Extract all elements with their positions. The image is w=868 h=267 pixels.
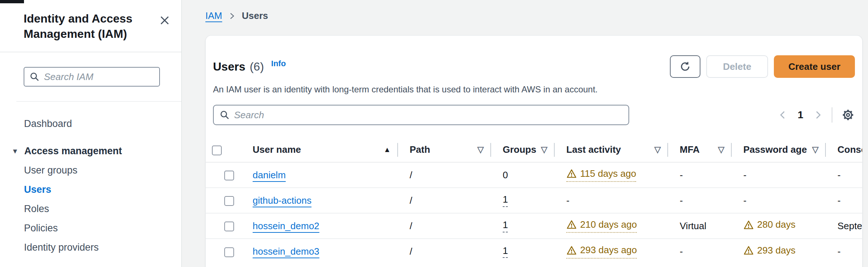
groups-count: 0 bbox=[503, 170, 508, 181]
column-header-last-activity[interactable]: Last activity▽ bbox=[554, 138, 667, 162]
groups-count-link[interactable]: 1 bbox=[503, 246, 508, 258]
cell-value: - bbox=[743, 170, 747, 180]
panel-header: Users (6) Info Delete Create user bbox=[213, 55, 855, 79]
refresh-button[interactable] bbox=[670, 55, 700, 78]
groups-count-link[interactable]: 1 bbox=[503, 194, 508, 207]
column-header-user-name[interactable]: User name▲ bbox=[240, 138, 397, 162]
search-icon bbox=[29, 72, 40, 82]
warning-icon bbox=[743, 245, 754, 256]
breadcrumb-iam-link[interactable]: IAM bbox=[205, 10, 222, 21]
users-panel: Users (6) Info Delete Create user An IAM… bbox=[205, 35, 863, 267]
cell-value: - bbox=[743, 195, 747, 206]
sidebar-item-policies[interactable]: Policies bbox=[0, 219, 181, 238]
divider bbox=[0, 52, 181, 52]
table-toolbar: 1 bbox=[213, 105, 855, 125]
table-search-box bbox=[213, 105, 629, 125]
create-user-button[interactable]: Create user bbox=[774, 55, 855, 78]
chevron-left-icon bbox=[778, 110, 788, 120]
sort-ascending-icon[interactable]: ▲ bbox=[383, 146, 391, 154]
status-text: 280 days bbox=[757, 219, 796, 230]
panel-description: An IAM user is an identity with long-ter… bbox=[213, 84, 855, 95]
row-checkbox[interactable] bbox=[224, 171, 234, 180]
mfa-value: - bbox=[680, 195, 683, 206]
user-name-link[interactable]: github-actions bbox=[253, 195, 312, 206]
warning-status: 280 days bbox=[743, 219, 796, 230]
caret-down-icon: ▼ bbox=[12, 148, 19, 155]
sidebar-search-input[interactable] bbox=[44, 71, 154, 83]
warning-status[interactable]: 115 days ago bbox=[566, 168, 636, 182]
sidebar-search-box bbox=[24, 67, 160, 87]
warning-icon bbox=[566, 219, 577, 230]
search-icon bbox=[220, 110, 230, 120]
sidebar-section-label: Access management bbox=[24, 146, 122, 157]
divider bbox=[16, 101, 181, 102]
sort-icon[interactable]: ▽ bbox=[654, 145, 661, 155]
row-checkbox[interactable] bbox=[224, 247, 234, 257]
sort-icon[interactable]: ▽ bbox=[812, 145, 819, 155]
column-header-console[interactable]: Conso bbox=[825, 138, 862, 162]
console-value: - bbox=[837, 195, 841, 206]
path-value: / bbox=[410, 170, 412, 180]
gear-icon bbox=[841, 108, 855, 122]
select-all-header bbox=[206, 138, 240, 162]
table-row: github-actions/1---- bbox=[206, 188, 862, 213]
warning-status: 293 days bbox=[743, 245, 796, 256]
user-name-link[interactable]: hossein_demo3 bbox=[253, 246, 320, 257]
table-row: hossein_demo3/1293 days ago-293 days- bbox=[206, 239, 862, 264]
row-checkbox[interactable] bbox=[224, 222, 234, 231]
chevron-right-icon bbox=[228, 12, 236, 20]
sidebar-item-identity-providers[interactable]: Identity providers bbox=[0, 238, 181, 257]
console-value: - bbox=[837, 170, 841, 180]
column-header-path[interactable]: Path▽ bbox=[397, 138, 490, 162]
sort-icon[interactable]: ▽ bbox=[541, 145, 547, 155]
table-search-input[interactable] bbox=[234, 109, 623, 121]
sidebar: Identity and Access Management (IAM) Das… bbox=[0, 0, 182, 267]
divider bbox=[832, 107, 832, 123]
select-all-checkbox[interactable] bbox=[212, 146, 222, 155]
warning-status[interactable]: 210 days ago bbox=[566, 219, 637, 233]
close-sidebar-button[interactable] bbox=[157, 13, 172, 28]
sidebar-item-dashboard[interactable]: Dashboard bbox=[0, 114, 181, 134]
groups-count-link[interactable]: 1 bbox=[503, 220, 508, 232]
topbar-remnant bbox=[0, 0, 24, 3]
sort-icon[interactable]: ▽ bbox=[477, 145, 484, 155]
user-name-link[interactable]: hossein_demo2 bbox=[253, 220, 320, 231]
pagination: 1 bbox=[778, 107, 855, 123]
status-text: 210 days ago bbox=[580, 219, 637, 230]
status-text: 293 days bbox=[757, 245, 796, 256]
path-value: / bbox=[410, 246, 412, 257]
sidebar-item-roles[interactable]: Roles bbox=[0, 199, 181, 219]
table-row: danielm/0115 days ago--- bbox=[206, 162, 862, 188]
table-row: hossein_demo2/1210 days agoVirtual280 da… bbox=[206, 213, 862, 239]
console-value: Septer bbox=[837, 220, 862, 231]
sidebar-item-users[interactable]: Users bbox=[0, 180, 181, 199]
users-table: User name▲ Path▽ Groups▽ Last activity▽ … bbox=[206, 138, 862, 264]
chevron-right-icon bbox=[813, 110, 823, 120]
user-name-link[interactable]: danielm bbox=[253, 170, 286, 180]
status-text: 115 days ago bbox=[580, 168, 636, 179]
delete-button[interactable]: Delete bbox=[706, 55, 768, 78]
page-number[interactable]: 1 bbox=[797, 109, 804, 121]
previous-page-button[interactable] bbox=[778, 110, 788, 120]
column-header-password-age[interactable]: Password age▽ bbox=[731, 138, 825, 162]
close-icon bbox=[159, 15, 170, 26]
warning-icon bbox=[566, 168, 577, 179]
sidebar-section-access-management[interactable]: ▼ Access management bbox=[0, 142, 181, 161]
row-checkbox[interactable] bbox=[224, 196, 234, 206]
sidebar-nav: Dashboard ▼ Access management User group… bbox=[0, 108, 181, 257]
breadcrumb-current: Users bbox=[242, 10, 268, 21]
column-header-mfa[interactable]: MFA▽ bbox=[667, 138, 731, 162]
breadcrumb: IAM Users bbox=[205, 10, 268, 21]
panel-actions: Delete Create user bbox=[670, 55, 855, 78]
console-value: - bbox=[837, 246, 841, 257]
sort-icon[interactable]: ▽ bbox=[718, 145, 724, 155]
sidebar-item-user-groups[interactable]: User groups bbox=[0, 161, 181, 180]
path-value: / bbox=[410, 195, 412, 206]
column-header-groups[interactable]: Groups▽ bbox=[490, 138, 554, 162]
next-page-button[interactable] bbox=[813, 110, 823, 120]
table-body: danielm/0115 days ago---github-actions/1… bbox=[206, 162, 862, 264]
info-link[interactable]: Info bbox=[271, 59, 286, 68]
warning-status[interactable]: 293 days ago bbox=[566, 244, 637, 258]
preferences-button[interactable] bbox=[841, 108, 855, 122]
warning-icon bbox=[743, 220, 754, 230]
